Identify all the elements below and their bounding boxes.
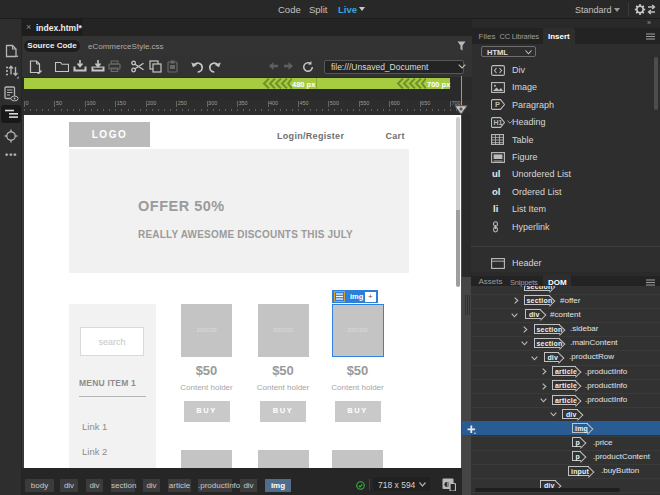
svg-text:P: P <box>495 100 500 109</box>
svg-text:H1: H1 <box>493 119 502 126</box>
